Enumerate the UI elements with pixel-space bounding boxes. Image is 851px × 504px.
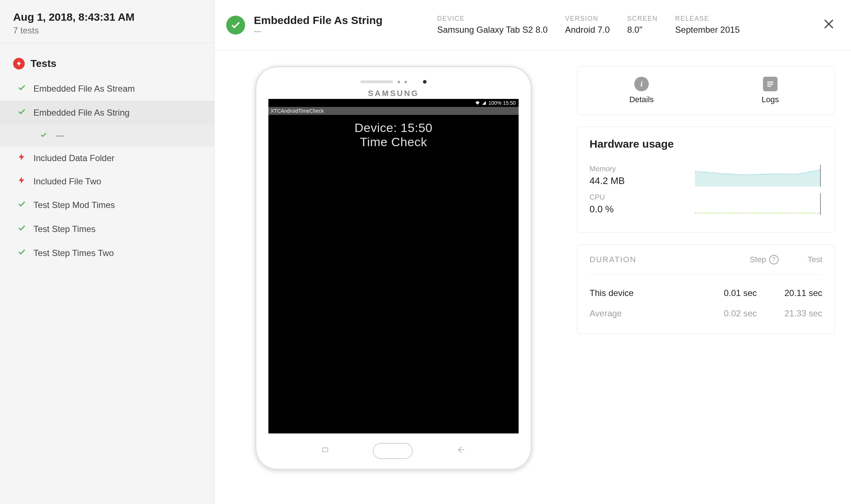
duration-row-label: This device xyxy=(590,288,634,298)
col-release: RELEASE September 2015 xyxy=(675,15,740,35)
screen-line-1: Device: 15:50 xyxy=(268,121,519,135)
header-columns: DEVICE Samsung Galaxy Tab S2 8.0 VERSION… xyxy=(437,15,815,35)
check-icon xyxy=(17,83,26,94)
duration-table: This device 0.01 sec 20.11 sec Average 0… xyxy=(590,275,822,324)
back-icon xyxy=(456,445,466,457)
col-label: VERSION xyxy=(565,15,610,23)
run-timestamp: Aug 1, 2018, 8:43:31 AM xyxy=(13,11,201,23)
tablet-screen: 100% 15:50 XTCAndroidTimeCheck Device: 1… xyxy=(268,99,519,433)
duration-col-test: Test xyxy=(808,255,822,264)
header-title-block: Embedded File As String --- xyxy=(226,14,437,36)
test-count: 7 tests xyxy=(13,25,201,36)
test-item-label: Included File Two xyxy=(33,176,101,187)
close-icon[interactable] xyxy=(823,18,835,32)
home-button-icon xyxy=(373,443,413,459)
tab-logs[interactable]: Logs xyxy=(706,77,835,104)
status-check-icon xyxy=(226,16,245,35)
tablet-bottom-nav xyxy=(255,443,532,459)
info-pane: i Details Logs Hardware usage Memor xyxy=(577,66,835,488)
screen-content: Device: 15:50 Time Check xyxy=(268,115,519,149)
duration-step-value: 0.02 sec xyxy=(710,308,757,319)
test-item-included-file-two[interactable]: Included File Two xyxy=(0,170,214,193)
test-item-label: Test Step Mod Times xyxy=(33,200,115,210)
duration-row-this-device: This device 0.01 sec 20.11 sec xyxy=(590,283,822,303)
test-item-embedded-file-as-string[interactable]: Embedded File As String xyxy=(0,101,214,125)
duration-test-value: 20.11 sec xyxy=(775,288,822,298)
tests-section: Tests Embedded File As Stream Embedded F… xyxy=(0,43,214,265)
test-item-test-step-times[interactable]: Test Step Times xyxy=(0,217,214,241)
svg-rect-0 xyxy=(323,448,328,452)
duration-header: DURATION Step ? Test xyxy=(590,255,822,264)
metric-label: Memory xyxy=(590,165,625,173)
hardware-title: Hardware usage xyxy=(590,138,822,150)
check-icon xyxy=(17,224,26,235)
test-item-test-step-mod-times[interactable]: Test Step Mod Times xyxy=(0,193,214,217)
device-preview: SAMSUNG 100% 15:50 XTCAndroidTimeCheck D… xyxy=(226,66,561,488)
sidebar: Aug 1, 2018, 8:43:31 AM 7 tests Tests Em… xyxy=(0,0,215,504)
col-value: 8.0" xyxy=(627,25,658,35)
col-label: RELEASE xyxy=(675,15,740,23)
test-item-label: Test Step Times Two xyxy=(33,248,114,258)
status-bar-text: 100% 15:50 xyxy=(488,100,516,106)
test-item-label: Included Data Folder xyxy=(33,153,115,163)
test-sub-item-label: --- xyxy=(56,131,64,140)
test-item-embedded-file-as-stream[interactable]: Embedded File As Stream xyxy=(0,77,214,101)
sidebar-header: Aug 1, 2018, 8:43:31 AM 7 tests xyxy=(0,0,214,43)
page-subtitle: --- xyxy=(254,27,383,36)
duration-col-step-label: Step xyxy=(750,255,766,264)
screen-line-2: Time Check xyxy=(268,135,519,149)
main: Embedded File As String --- DEVICE Samsu… xyxy=(215,0,851,504)
duration-title: DURATION xyxy=(590,255,636,264)
col-value: Android 7.0 xyxy=(565,25,610,35)
tab-label: Logs xyxy=(762,95,779,104)
hardware-card: Hardware usage Memory 44.2 MB xyxy=(577,127,835,233)
col-value: September 2015 xyxy=(675,25,740,35)
check-icon xyxy=(17,107,26,118)
sensor-dot-icon xyxy=(404,81,407,83)
test-item-test-step-times-two[interactable]: Test Step Times Two xyxy=(0,241,214,265)
sensor-dot-icon xyxy=(397,81,400,83)
memory-sparkline xyxy=(695,165,822,187)
col-value: Samsung Galaxy Tab S2 8.0 xyxy=(437,25,548,35)
tab-label: Details xyxy=(629,95,654,104)
duration-row-average: Average 0.02 sec 21.33 sec xyxy=(590,303,822,324)
col-device: DEVICE Samsung Galaxy Tab S2 8.0 xyxy=(437,15,548,35)
col-version: VERSION Android 7.0 xyxy=(565,15,610,35)
tests-heading: Tests xyxy=(0,58,214,77)
col-label: DEVICE xyxy=(437,15,548,23)
metric-label: CPU xyxy=(590,193,614,201)
duration-col-step: Step ? xyxy=(750,255,778,264)
cpu-sparkline xyxy=(695,193,822,215)
test-item-included-data-folder[interactable]: Included Data Folder xyxy=(0,147,214,170)
metric-memory: Memory 44.2 MB xyxy=(590,165,822,187)
duration-row-label: Average xyxy=(590,308,622,319)
camera-dot-icon xyxy=(423,80,427,84)
check-icon xyxy=(40,131,49,141)
test-item-label: Embedded File As Stream xyxy=(33,84,135,94)
check-icon xyxy=(17,248,26,259)
tab-details[interactable]: i Details xyxy=(577,77,706,104)
duration-test-value: 21.33 sec xyxy=(775,308,822,319)
bolt-badge-icon xyxy=(13,58,25,69)
page-title: Embedded File As String xyxy=(254,14,383,27)
metric-value: 0.0 % xyxy=(590,204,614,215)
tablet-frame: SAMSUNG 100% 15:50 XTCAndroidTimeCheck D… xyxy=(255,66,532,470)
tablet-top-sensors xyxy=(255,80,532,84)
android-app-bar: XTCAndroidTimeCheck xyxy=(268,107,519,115)
content: SAMSUNG 100% 15:50 XTCAndroidTimeCheck D… xyxy=(215,50,851,504)
tests-heading-label: Tests xyxy=(31,58,56,69)
duration-step-value: 0.01 sec xyxy=(710,288,757,298)
bolt-icon xyxy=(17,176,26,187)
tabs-card: i Details Logs xyxy=(577,66,835,115)
col-screen: SCREEN 8.0" xyxy=(627,15,658,35)
metric-cpu: CPU 0.0 % xyxy=(590,193,822,215)
check-icon xyxy=(17,200,26,211)
test-sub-item[interactable]: --- xyxy=(0,125,214,147)
info-icon: i xyxy=(634,77,649,91)
speaker-icon xyxy=(360,80,393,83)
bolt-icon xyxy=(17,153,26,163)
duration-card: DURATION Step ? Test This device xyxy=(577,244,835,334)
help-icon[interactable]: ? xyxy=(769,255,779,264)
recent-apps-icon xyxy=(321,446,329,456)
android-status-bar: 100% 15:50 xyxy=(268,99,519,107)
